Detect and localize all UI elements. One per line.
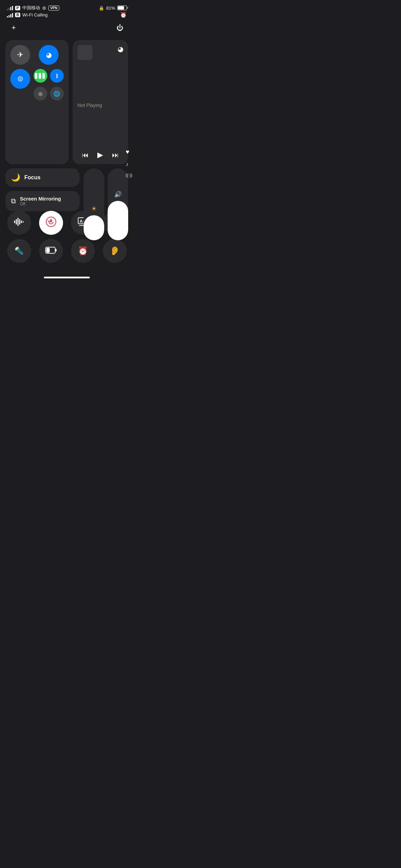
svg-rect-15 bbox=[46, 248, 50, 253]
svg-rect-16 bbox=[55, 249, 57, 252]
bluetooth-icon: ᛒ bbox=[56, 73, 59, 79]
rotation-lock-icon bbox=[46, 216, 57, 229]
svg-rect-0 bbox=[14, 220, 15, 223]
music-note-button[interactable]: ♪ bbox=[126, 161, 132, 167]
row4-buttons: 🔦 ⏰ 👂 bbox=[5, 239, 128, 263]
signal-bars-2 bbox=[7, 13, 13, 17]
status-row2-left: B Wi-Fi Calling bbox=[7, 12, 48, 17]
carrier-badge-p: P bbox=[15, 6, 20, 10]
volume-icon: 🔊 bbox=[114, 191, 122, 198]
live-button[interactable]: ((·)) bbox=[126, 173, 132, 178]
brightness-icon: ☀ bbox=[91, 205, 97, 213]
airplay-button[interactable]: ◕ bbox=[118, 45, 123, 53]
hearing-button[interactable]: 👂 bbox=[103, 239, 127, 263]
battery-status-button[interactable] bbox=[39, 239, 63, 263]
alarm-icon: ⏰ bbox=[78, 246, 88, 256]
wifi-icon: ⊜ bbox=[17, 74, 23, 83]
status-right: 🔒 81% bbox=[99, 5, 127, 11]
home-indicator[interactable] bbox=[44, 277, 90, 278]
globe-button[interactable]: 🌐 bbox=[50, 87, 64, 100]
hearing-icon: 👂 bbox=[110, 246, 120, 256]
vpn-badge: VPN bbox=[48, 5, 60, 11]
playback-controls: ⏮ ▶ ⏭ bbox=[77, 150, 123, 159]
alarm-button[interactable]: ⏰ bbox=[71, 239, 95, 263]
cellular-icon: ▋▋▋ bbox=[35, 73, 46, 79]
airdrop-icon: ◕ bbox=[46, 51, 52, 59]
focus-label: Focus bbox=[24, 174, 40, 181]
battery-percentage: 81% bbox=[106, 5, 115, 11]
svg-rect-3 bbox=[19, 219, 20, 225]
globe-icon: 🌐 bbox=[53, 91, 60, 97]
flashlight-button[interactable]: 🔦 bbox=[7, 239, 31, 263]
screen-mirroring-tile[interactable]: ⧉ Screen Mirroring Off bbox=[5, 191, 80, 211]
status-bar: P 中国移动 ⊜ VPN 🔒 81% B Wi-Fi Calling ⏰ bbox=[0, 0, 134, 21]
battery-status-icon bbox=[45, 246, 57, 256]
screen-mirroring-icon: ⧉ bbox=[11, 197, 16, 205]
svg-rect-4 bbox=[21, 220, 22, 223]
sound-recognition-button[interactable] bbox=[7, 211, 31, 235]
fast-forward-button[interactable]: ⏭ bbox=[112, 151, 119, 159]
carrier-name: 中国移动 bbox=[22, 5, 40, 11]
rotation-lock-button[interactable] bbox=[39, 211, 63, 235]
status-row2: B Wi-Fi Calling ⏰ bbox=[7, 12, 127, 18]
alarm-status-icon: ⏰ bbox=[120, 12, 127, 18]
screen-mirroring-status: Off bbox=[20, 202, 61, 206]
airdrop-button[interactable]: ◕ bbox=[39, 45, 59, 65]
volume-slider[interactable]: 🔊 bbox=[108, 168, 128, 240]
volume-fill bbox=[108, 201, 128, 241]
screen-mirroring-text: Screen Mirroring Off bbox=[20, 196, 61, 206]
row1-tiles: ✈ ⊜ ◕ ▋▋▋ ᛒ bbox=[5, 40, 128, 164]
flashlight-icon: 🔦 bbox=[14, 246, 24, 255]
control-center: ✈ ⊜ ◕ ▋▋▋ ᛒ bbox=[0, 40, 134, 263]
play-button[interactable]: ▶ bbox=[97, 150, 103, 159]
now-playing-title: Not Playing bbox=[77, 103, 123, 108]
svg-rect-2 bbox=[17, 218, 19, 226]
status-left: P 中国移动 ⊜ VPN bbox=[7, 5, 59, 11]
battery-icon bbox=[117, 5, 127, 10]
album-art bbox=[77, 45, 93, 60]
power-button[interactable]: ⏻ bbox=[113, 21, 127, 35]
now-playing-tile[interactable]: ◕ Not Playing ⏮ ▶ ⏭ bbox=[73, 40, 128, 164]
eye-icon: ◎ bbox=[38, 91, 42, 96]
focus-moon-icon: 🌙 bbox=[11, 173, 20, 182]
carrier-badge-b: B bbox=[15, 13, 20, 17]
add-button[interactable]: + bbox=[7, 21, 21, 35]
screen-mirroring-label: Screen Mirroring bbox=[20, 196, 61, 202]
status-row1: P 中国移动 ⊜ VPN 🔒 81% bbox=[7, 5, 127, 11]
heart-button[interactable]: ♥ bbox=[126, 148, 132, 156]
bluetooth-button[interactable]: ᛒ bbox=[50, 69, 64, 83]
svg-rect-5 bbox=[23, 221, 24, 222]
wifi-button[interactable]: ⊜ bbox=[10, 69, 30, 89]
battery-fill bbox=[118, 6, 124, 10]
focus-tile[interactable]: 🌙 Focus bbox=[5, 168, 80, 187]
svg-rect-1 bbox=[16, 219, 17, 225]
now-playing-top: ◕ bbox=[77, 45, 123, 60]
waveform-icon bbox=[14, 218, 24, 228]
signal-bars-1 bbox=[7, 5, 13, 10]
airplane-mode-button[interactable]: ✈ bbox=[10, 45, 30, 65]
rewind-button[interactable]: ⏮ bbox=[82, 151, 89, 159]
wifi-status-icon: ⊜ bbox=[42, 5, 46, 11]
cellular-button[interactable]: ▋▋▋ bbox=[34, 69, 47, 83]
connectivity-tile[interactable]: ✈ ⊜ ◕ ▋▋▋ ᛒ bbox=[5, 40, 69, 164]
lock-status-icon: 🔒 bbox=[99, 5, 104, 11]
top-controls: + ⏻ bbox=[0, 21, 134, 35]
wifi-calling-label: Wi-Fi Calling bbox=[22, 12, 48, 17]
eye-button[interactable]: ◎ bbox=[34, 87, 47, 100]
airplane-icon: ✈ bbox=[17, 50, 23, 59]
brightness-slider[interactable]: ☀ bbox=[84, 168, 104, 240]
brightness-fill bbox=[84, 215, 104, 241]
